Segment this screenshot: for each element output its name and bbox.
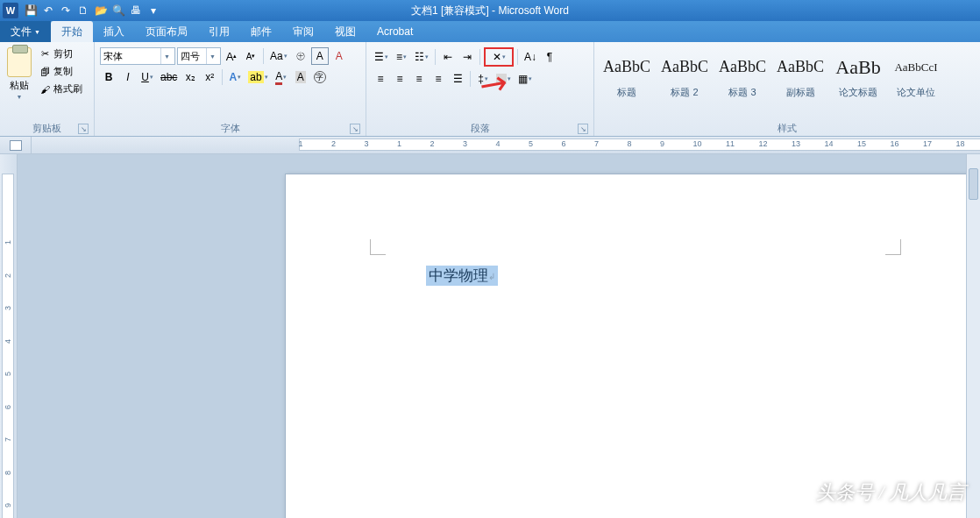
show-marks-button[interactable]: ¶	[541, 48, 558, 66]
subscript-button[interactable]: x₂	[181, 68, 199, 86]
vertical-ruler[interactable]: 12345678910	[0, 154, 18, 518]
paragraph-launcher[interactable]: ↘	[578, 124, 588, 134]
style-paper-unit[interactable]: AaBbCcI论文单位	[887, 47, 945, 102]
tab-acrobat[interactable]: Acrobat	[366, 21, 423, 42]
ruler-tick: 2	[430, 139, 435, 148]
clear-format-button[interactable]: A	[330, 47, 348, 65]
ruler-tick: 12	[759, 139, 768, 148]
shrink-font-button[interactable]: A▾	[242, 47, 259, 65]
ribbon-tabs: 文件▼ 开始 插入 页面布局 引用 邮件 审阅 视图 Acrobat	[0, 21, 980, 42]
style-subtitle[interactable]: AaBbC副标题	[771, 47, 829, 102]
tabstop-icon	[10, 140, 22, 151]
scroll-thumb[interactable]	[969, 168, 978, 200]
customize-icon[interactable]: ▾	[146, 3, 161, 18]
new-icon[interactable]: 🗋	[75, 3, 91, 18]
ruler-tick: 5	[529, 139, 533, 148]
tab-references[interactable]: 引用	[198, 21, 240, 42]
style-heading1[interactable]: AaBbC标题	[598, 47, 656, 102]
italic-button[interactable]: I	[119, 68, 137, 86]
page[interactable]: 中学物理↲	[285, 174, 980, 518]
paragraph-mark-icon: ↲	[488, 272, 495, 281]
quick-access-toolbar: 💾 ↶ ↷ 🗋 📂 🔍 🖶 ▾	[23, 3, 161, 18]
distributed-button[interactable]: ☰	[449, 70, 466, 88]
open-icon[interactable]: 📂	[93, 3, 109, 18]
redo-icon[interactable]: ↷	[58, 3, 74, 18]
line-spacing-button[interactable]: ‡▾	[474, 70, 492, 88]
tab-insert[interactable]: 插入	[93, 21, 135, 42]
text-effects-button[interactable]: A▾	[226, 68, 244, 86]
group-styles: AaBbC标题 AaBbC标题 2 AaBbC标题 3 AaBbC副标题 AaB…	[594, 42, 980, 136]
chevron-down-icon[interactable]: ▼	[160, 48, 173, 64]
font-color-button[interactable]: A▾	[273, 68, 290, 86]
align-right-button[interactable]: ≡	[410, 70, 428, 88]
shading-button[interactable]: ▾	[494, 70, 514, 88]
font-name-combo[interactable]: ▼	[100, 47, 175, 65]
group-paragraph: ☰▾ ≡▾ ☷▾ ⇤ ⇥ ✕▾ A↓ ¶ ≡ ≡ ≡ ≡ ☰ ‡▾ ▾	[366, 42, 594, 136]
align-center-button[interactable]: ≡	[391, 70, 408, 88]
group-label-clipboard: 剪贴板	[32, 122, 61, 135]
paste-button[interactable]: 粘贴 ▼	[4, 44, 35, 120]
borders-button[interactable]: ▦▾	[515, 70, 535, 88]
ruler-tick: 3	[463, 139, 467, 148]
grow-font-button[interactable]: A▴	[223, 47, 240, 65]
numbering-button[interactable]: ≡▾	[393, 48, 410, 66]
ruler-tick: 10	[693, 139, 702, 148]
document-area[interactable]: 中学物理↲	[18, 154, 980, 518]
format-painter-button[interactable]: 🖌格式刷	[37, 82, 84, 96]
group-font: ▼ ▼ A▴ A▾ Aa▾ ㊉ A A B I U▾ abc x₂ x² A▾ …	[95, 42, 366, 136]
ruler-tick: 14	[825, 139, 834, 148]
cut-button[interactable]: ✂剪切	[37, 46, 84, 61]
style-heading3[interactable]: AaBbC标题 3	[714, 47, 771, 102]
font-size-input[interactable]	[178, 48, 206, 64]
printpreview-icon[interactable]: 🔍	[110, 3, 126, 18]
font-launcher[interactable]: ↘	[350, 124, 360, 134]
ruler-tick: 1	[299, 139, 303, 148]
ruler-tick: 17	[923, 139, 932, 148]
horizontal-ruler[interactable]: 123456789101112131415161718192021321	[32, 137, 980, 153]
copy-button[interactable]: 🗐复制	[37, 64, 84, 79]
ruler-tick: 7	[594, 139, 599, 148]
underline-button[interactable]: U▾	[138, 68, 156, 86]
clipboard-launcher[interactable]: ↘	[78, 124, 89, 134]
tab-view[interactable]: 视图	[324, 21, 366, 42]
tab-review[interactable]: 审阅	[282, 21, 324, 42]
asian-layout-button[interactable]: ✕▾	[484, 47, 514, 67]
group-label-styles: 样式	[778, 122, 797, 135]
chevron-down-icon[interactable]: ▼	[206, 48, 218, 64]
change-case-button[interactable]: Aa▾	[267, 47, 290, 65]
undo-icon[interactable]: ↶	[40, 3, 56, 18]
group-label-font: 字体	[221, 122, 240, 135]
superscript-button[interactable]: x²	[201, 68, 218, 86]
char-shading-button[interactable]: A	[292, 68, 309, 86]
ribbon: 粘贴 ▼ ✂剪切 🗐复制 🖌格式刷 剪贴板↘ ▼ ▼ A▴ A▾ Aa▾ ㊉ A	[0, 42, 980, 137]
copy-icon: 🗐	[39, 66, 51, 78]
tab-mailings[interactable]: 邮件	[240, 21, 282, 42]
tab-layout[interactable]: 页面布局	[135, 21, 198, 42]
strikethrough-button[interactable]: abc	[158, 68, 180, 86]
decrease-indent-button[interactable]: ⇤	[439, 48, 457, 66]
font-name-input[interactable]	[101, 48, 160, 64]
workspace: 12345678910 中学物理↲	[0, 154, 980, 518]
phonetic-button[interactable]: ㊉	[292, 47, 309, 65]
bold-button[interactable]: B	[100, 68, 117, 86]
save-icon[interactable]: 💾	[23, 3, 39, 18]
font-size-combo[interactable]: ▼	[177, 47, 221, 65]
bullets-button[interactable]: ☰▾	[372, 48, 391, 66]
highlight-button[interactable]: ab▾	[245, 68, 270, 86]
style-heading2[interactable]: AaBbC标题 2	[656, 47, 714, 102]
vertical-scrollbar[interactable]	[966, 154, 980, 518]
ruler-row: 123456789101112131415161718192021321	[0, 137, 980, 154]
multilevel-button[interactable]: ☷▾	[412, 48, 431, 66]
tab-home[interactable]: 开始	[51, 21, 93, 42]
justify-button[interactable]: ≡	[430, 70, 447, 88]
tab-file[interactable]: 文件▼	[0, 21, 51, 42]
style-paper-title[interactable]: AaBb论文标题	[829, 47, 887, 102]
char-border-button[interactable]: A	[311, 47, 329, 65]
sort-button[interactable]: A↓	[522, 48, 539, 66]
selected-text[interactable]: 中学物理↲	[426, 266, 498, 286]
increase-indent-button[interactable]: ⇥	[458, 48, 476, 66]
print-icon[interactable]: 🖶	[128, 3, 144, 18]
enclose-char-button[interactable]: 字	[311, 68, 329, 86]
align-left-button[interactable]: ≡	[372, 70, 389, 88]
tab-selector[interactable]	[0, 137, 32, 153]
